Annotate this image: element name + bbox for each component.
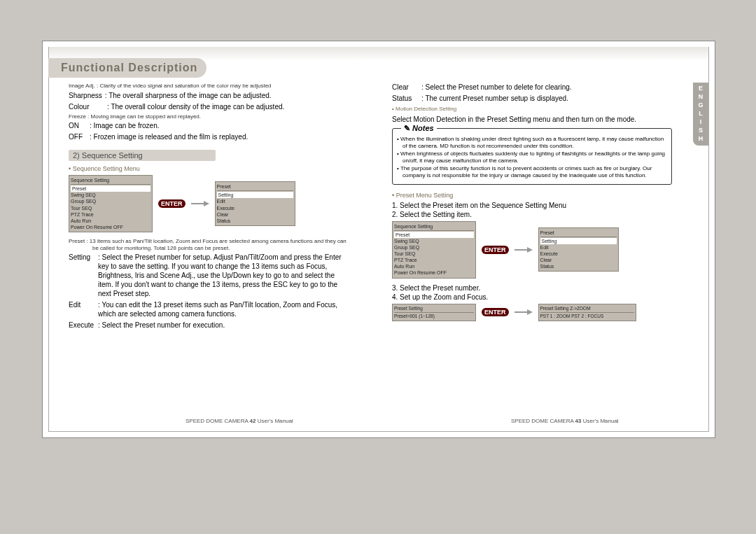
menu-item: Group SEQ (394, 244, 474, 251)
menu-title: Sequence Setting (394, 223, 474, 231)
menu-item: Preset (394, 232, 474, 238)
menu-item: PTZ Trace (394, 257, 474, 263)
menu-item: Clear (217, 211, 293, 218)
status-row: Status : The current Preset number setup… (392, 94, 672, 103)
section-sequence-setting: 2) Sequence Setting (69, 150, 216, 161)
menu-item: Clear (540, 257, 617, 263)
menu-title: Preset (540, 230, 617, 237)
desc: : Select the Preset number for execution… (98, 321, 349, 330)
menu-item: Auto Run (71, 218, 150, 224)
menu-item: Power On Resume OFF (71, 224, 150, 230)
menu-body: PST 1 : ZOOM PST 2 : FOCUS (540, 314, 634, 319)
menu-item: Edit (217, 198, 293, 204)
menu-title: Sequence Setting (71, 177, 150, 185)
desc: : Clarity of the video signal and satura… (97, 83, 271, 89)
desc: : You can edit the 13 preset items such … (98, 300, 349, 318)
menu-row-3: Preset Setting Preset=001 (1~128) ENTER … (392, 304, 672, 322)
desc: : The overall colour density of the imag… (107, 102, 349, 111)
menu-item: Setting (217, 192, 293, 198)
desc: : The overall sharpness of the image can… (105, 91, 349, 100)
desc: : Frozen image is released and the film … (90, 132, 349, 141)
menu-item: PTZ Trace (71, 211, 150, 218)
image-adj-row: Image Adj. : Clarity of the video signal… (69, 83, 349, 90)
label: Sharpness (69, 91, 105, 100)
label: Execute (69, 321, 98, 330)
menu-preset-setting-2: Preset Setting Z->ZOOM PST 1 : ZOOM PST … (538, 304, 636, 322)
page-title: Functional Description (48, 58, 206, 78)
step-3: 3. Select the Preset number. (392, 284, 672, 292)
label: ON (69, 121, 90, 130)
step-1: 1. Select the Preset item on the Sequenc… (392, 202, 672, 209)
menu-item: Edit (540, 244, 617, 251)
menu-item: Status (540, 263, 617, 269)
brand: SPEED DOME CAMERA (511, 418, 573, 424)
arrow-icon (514, 309, 533, 315)
menu-item: Setting (540, 238, 617, 244)
motion-desc: Select Motion Detection in the Preset Se… (392, 115, 672, 124)
page-number: 42 (250, 418, 256, 424)
menu-preset-setting-1: Preset Setting Preset=001 (1~128) (392, 304, 476, 322)
note-item: • The purpose of this security function … (397, 165, 667, 179)
label: Colour (69, 102, 107, 111)
menu-title: Preset Setting Z->ZOOM (540, 306, 634, 313)
menu-row-2: Sequence Setting Preset Swing SEQ Group … (392, 221, 672, 279)
menu-item: Swing SEQ (71, 192, 150, 198)
label: Image Adj. (69, 83, 95, 89)
on-row: ON : Image can be frozen. (69, 121, 349, 130)
seq-menu-marker: Sequence Setting Menu (69, 165, 349, 172)
preset-menu-marker: Preset Menu Setting (392, 192, 672, 199)
right-column: Clear : Select the Preset number to dele… (392, 83, 672, 327)
notes-title: Notes (401, 124, 437, 134)
footer-left: SPEED DOME CAMERA 42 User's Manual (186, 418, 293, 424)
notes-box: Notes • When the illumination is shaking… (392, 128, 672, 185)
menu-item: Power On Resume OFF (394, 269, 474, 276)
page-inner: ENGLISH Functional Description Image Adj… (48, 47, 709, 432)
label: Edit (69, 300, 98, 318)
menu-item: Execute (217, 205, 293, 211)
freeze-desc: Freeze : Moving image can be stopped and… (69, 113, 349, 120)
brand: SPEED DOME CAMERA (186, 418, 248, 424)
arrow-icon (191, 201, 209, 206)
menu-body: Preset=001 (1~128) (394, 314, 474, 319)
manual: User's Manual (583, 418, 619, 424)
menu-preset-2: Preset Setting Edit Execute Clear Status (538, 227, 619, 272)
note-item: • When brightness of objects fluctuates … (397, 150, 667, 164)
menu-item: Auto Run (394, 263, 474, 269)
page-number: 43 (575, 418, 582, 424)
menu-item: Status (217, 218, 293, 224)
menu-title: Preset Setting (394, 306, 474, 313)
clear-row: Clear : Select the Preset number to dele… (392, 83, 672, 92)
page-outer: ENGLISH Functional Description Image Adj… (42, 41, 715, 438)
menu-item: Group SEQ (71, 198, 150, 204)
left-column: Image Adj. : Clarity of the video signal… (69, 83, 349, 332)
enter-label: ENTER (158, 199, 186, 208)
execute-row: Execute : Select the Preset number for e… (69, 321, 349, 330)
desc: : Select the Preset number to delete for… (421, 83, 672, 92)
language-tab: ENGLISH (693, 83, 708, 146)
menu-title: Preset (217, 183, 293, 191)
desc: : The current Preset number setup is dis… (421, 94, 672, 103)
setting-row: Setting : Select the Preset number for s… (69, 253, 349, 298)
off-row: OFF : Frozen image is released and the f… (69, 132, 349, 141)
colour-row: Colour : The overall colour density of t… (69, 102, 349, 111)
menu-item: Preset (71, 185, 150, 192)
motion-marker: Motion Detection Setting (392, 106, 672, 112)
menu-preset: Preset Setting Edit Execute Clear Status (215, 181, 295, 226)
menu-sequence-setting-2: Sequence Setting Preset Swing SEQ Group … (392, 221, 476, 279)
step-4: 4. Set up the Zoom and Focus. (392, 293, 672, 301)
desc: : Image can be frozen. (90, 121, 349, 130)
label: OFF (69, 132, 90, 141)
manual: User's Manual (258, 418, 293, 424)
menu-item: Tour SEQ (71, 205, 150, 211)
label: Setting (69, 253, 98, 298)
arrow-icon (514, 247, 533, 253)
menu-item: Swing SEQ (394, 238, 474, 244)
notes-list: • When the illumination is shaking under… (397, 136, 667, 179)
desc: : Select the Preset number for setup. Ad… (98, 253, 349, 298)
footer-right: SPEED DOME CAMERA 43 User's Manual (511, 418, 619, 424)
label: Status (392, 94, 421, 103)
sharpness-row: Sharpness : The overall sharpness of the… (69, 91, 349, 100)
enter-label: ENTER (482, 246, 509, 254)
note-item: • When the illumination is shaking under… (397, 136, 667, 150)
label: Clear (392, 83, 421, 92)
